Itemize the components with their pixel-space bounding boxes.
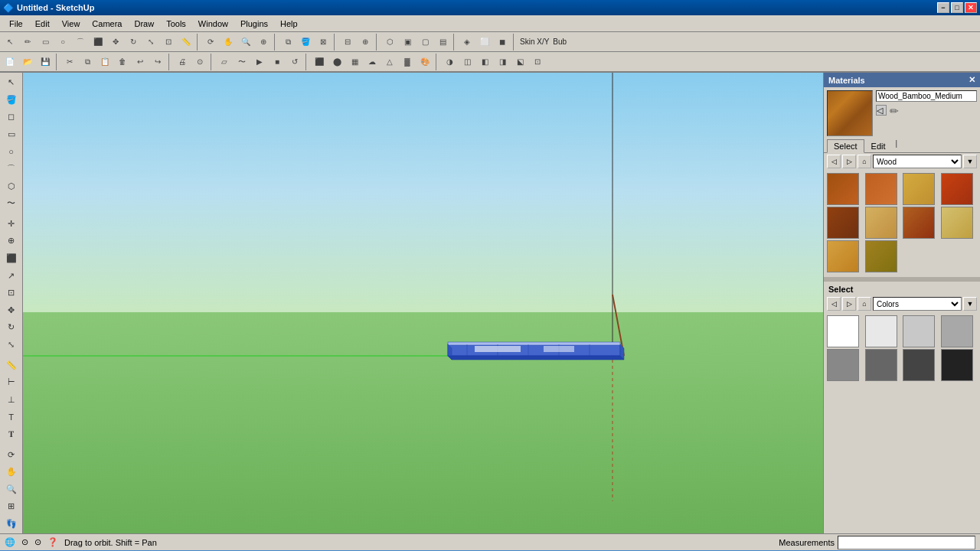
select-tool[interactable]: ↖ — [2, 34, 18, 51]
lt-point[interactable]: ⊕ — [2, 233, 21, 249]
lt-pro[interactable]: ⊥ — [2, 391, 21, 408]
stop-btn[interactable]: ■ — [269, 54, 286, 70]
lt-offset[interactable]: ⊡ — [2, 285, 21, 302]
mat2-options-btn[interactable]: ▼ — [963, 297, 977, 311]
mat2-forward-btn[interactable]: ▷ — [842, 297, 856, 311]
color-swatch-white[interactable] — [827, 315, 859, 347]
orbit-tool[interactable]: ⟳ — [202, 34, 219, 51]
wood-swatch-2[interactable] — [865, 173, 897, 205]
lt-pan[interactable]: ✋ — [2, 464, 21, 481]
lt-scale[interactable]: ⤡ — [2, 336, 21, 353]
wood-swatch-7[interactable] — [903, 207, 935, 239]
lt-text[interactable]: T — [2, 409, 21, 425]
right-view[interactable]: ▤ — [434, 34, 451, 51]
paint-tool[interactable]: 🪣 — [297, 34, 314, 51]
mat-arrow-left[interactable]: ◁ — [876, 105, 887, 116]
color-btn2[interactable]: 🎨 — [416, 54, 433, 70]
section-tool[interactable]: ⊟ — [339, 34, 356, 51]
open-btn[interactable]: 📂 — [19, 54, 36, 70]
color-swatch-medgray[interactable] — [941, 315, 973, 347]
xray-mode[interactable]: ◈ — [459, 34, 475, 51]
material-name-input[interactable] — [876, 90, 977, 102]
new-btn[interactable]: 📄 — [2, 54, 18, 70]
color-swatch-gray1[interactable] — [827, 349, 859, 381]
lt-arc[interactable]: ⌒ — [2, 161, 21, 178]
material-category-dropdown[interactable]: Wood Stone Colors Metal — [873, 155, 962, 168]
mat-back-btn[interactable]: ◁ — [827, 155, 841, 168]
menu-tools[interactable]: Tools — [160, 18, 192, 30]
shaded-mode[interactable]: ◼ — [494, 34, 511, 51]
lt-orbit[interactable]: ⟳ — [2, 446, 21, 463]
save-btn[interactable]: 💾 — [37, 54, 54, 70]
offset-tool[interactable]: ⊡ — [160, 34, 177, 51]
wood-swatch-5[interactable] — [827, 207, 859, 239]
pushpull-tool[interactable]: ⬛ — [90, 34, 106, 51]
menu-edit[interactable]: Edit — [29, 18, 56, 30]
play-btn[interactable]: ▶ — [251, 54, 268, 70]
face-style[interactable]: ⬛ — [311, 54, 328, 70]
lt-eraser[interactable]: ◻ — [2, 109, 21, 126]
menu-plugins[interactable]: Plugins — [234, 18, 274, 30]
section4-btn[interactable]: ◨ — [494, 54, 511, 70]
mat-forward-btn[interactable]: ▷ — [842, 155, 856, 168]
measurements-input[interactable] — [838, 536, 975, 549]
minimize-button[interactable]: − — [937, 2, 949, 13]
rotate-tool[interactable]: ↻ — [125, 34, 142, 51]
section2-btn[interactable]: ◫ — [459, 54, 475, 70]
lt-pushpull[interactable]: ⬛ — [2, 250, 21, 267]
lt-freehand[interactable]: 〜 — [2, 195, 21, 212]
lt-select[interactable]: ↖ — [2, 74, 21, 91]
lt-zoomfit[interactable]: ⊞ — [2, 498, 21, 515]
color-swatch-darkgray[interactable] — [903, 349, 935, 381]
scale-tool[interactable]: ⤡ — [142, 34, 159, 51]
lt-follow[interactable]: ↗ — [2, 267, 21, 284]
circle2-btn[interactable]: ⊙ — [191, 54, 208, 70]
wood-swatch-6[interactable] — [865, 207, 897, 239]
rect-tool[interactable]: ▭ — [37, 34, 54, 51]
mat-home-btn[interactable]: ⌂ — [858, 155, 871, 168]
colors-category-dropdown[interactable]: Colors Wood Stone Metal — [873, 297, 962, 311]
spin-btn[interactable]: ↺ — [286, 54, 303, 70]
color-swatch-gray2[interactable] — [865, 349, 897, 381]
lt-polygon[interactable]: ⬡ — [2, 178, 21, 194]
arc-tool[interactable]: ⌒ — [72, 34, 89, 51]
delete-btn[interactable]: 🗑 — [114, 54, 131, 70]
lt-dim[interactable]: ⊢ — [2, 374, 21, 391]
lt-paint[interactable]: 🪣 — [2, 92, 21, 109]
lt-zoom[interactable]: 🔍 — [2, 481, 21, 497]
menu-draw[interactable]: Draw — [128, 18, 160, 30]
tab-edit[interactable]: Edit — [864, 139, 893, 152]
menu-view[interactable]: View — [56, 18, 87, 30]
wood-swatch-1[interactable] — [827, 173, 859, 205]
tab-select[interactable]: Select — [827, 139, 864, 153]
lt-walk[interactable]: 👣 — [2, 515, 21, 532]
shadow-btn[interactable]: ◑ — [441, 54, 458, 70]
lt-circle[interactable]: ○ — [2, 143, 21, 160]
wood-swatch-4[interactable] — [941, 173, 973, 205]
eraser-tool[interactable]: ⊠ — [315, 34, 332, 51]
print-btn[interactable]: 🖨 — [174, 54, 191, 70]
lt-move[interactable]: ✥ — [2, 302, 21, 318]
front-view[interactable]: ▢ — [416, 34, 433, 51]
copy-btn[interactable]: ⧉ — [79, 54, 96, 70]
paste-btn[interactable]: 📋 — [96, 54, 113, 70]
materials-close[interactable]: ✕ — [969, 75, 975, 85]
section3-btn[interactable]: ◧ — [476, 54, 493, 70]
lt-3dtext[interactable]: 𝐓 — [2, 425, 21, 442]
iso-view[interactable]: ⬡ — [381, 34, 398, 51]
color-style[interactable]: ⬤ — [328, 54, 345, 70]
section5-btn[interactable]: ⬕ — [511, 54, 528, 70]
fog-btn[interactable]: ▓ — [399, 54, 416, 70]
mat2-home-btn[interactable]: ⌂ — [858, 297, 871, 311]
wood-swatch-9[interactable] — [827, 240, 859, 272]
redo-btn[interactable]: ↪ — [149, 54, 166, 70]
color-swatch-lightgray2[interactable] — [903, 315, 935, 347]
path-btn[interactable]: 〜 — [234, 54, 250, 70]
section6-btn[interactable]: ⊡ — [529, 54, 546, 70]
texture-style[interactable]: ▦ — [346, 54, 363, 70]
top-view[interactable]: ▣ — [399, 34, 416, 51]
wood-swatch-10[interactable] — [865, 240, 897, 272]
tri-btn[interactable]: △ — [381, 54, 398, 70]
wood-swatch-8[interactable] — [941, 207, 973, 239]
color-swatch-black[interactable] — [941, 349, 973, 381]
